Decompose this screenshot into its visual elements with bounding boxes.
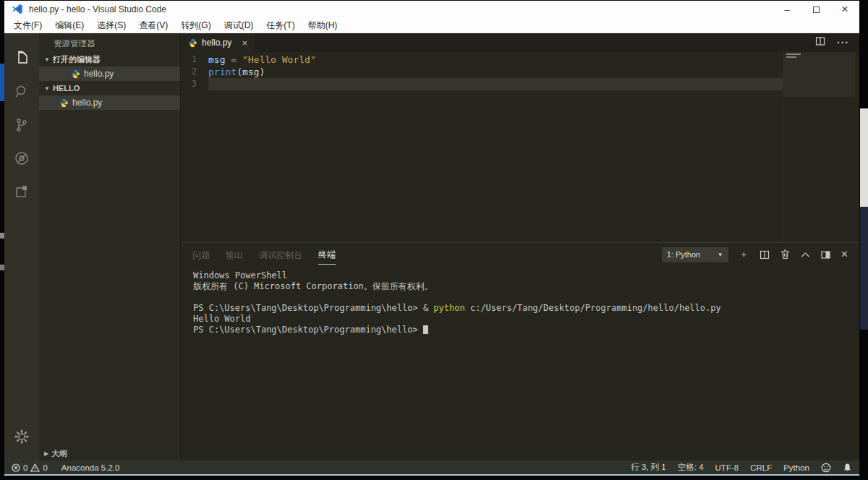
menu-item-t[interactable]: 任务(T)	[260, 18, 301, 33]
status-left: 0 0 Anaconda 5.2.0	[12, 463, 119, 472]
tab-bar: hello.py × ···	[181, 33, 859, 52]
new-terminal-icon[interactable]: ＋	[739, 249, 749, 260]
kill-terminal-trash-icon[interactable]	[780, 249, 790, 260]
menu-item-h[interactable]: 帮助(H)	[302, 18, 344, 33]
panel-header: 问题输出调试控制台终端 1: Python ▼ ＋	[181, 243, 859, 266]
problems-status[interactable]: 0 0	[12, 463, 48, 472]
line-number: 1	[181, 53, 208, 66]
desktop-fragment	[860, 108, 868, 207]
folder-label: HELLO	[53, 84, 80, 93]
minimap-slider[interactable]	[783, 52, 855, 97]
bottom-panel: 问题输出调试控制台终端 1: Python ▼ ＋	[181, 242, 859, 460]
terminal-line	[193, 292, 859, 303]
close-button[interactable]: ×	[830, 1, 859, 18]
maximize-icon	[813, 7, 820, 13]
more-actions-icon[interactable]: ···	[837, 37, 849, 48]
maximize-button[interactable]	[801, 1, 830, 18]
status-item[interactable]: Python	[783, 463, 809, 472]
panel-tabs: 问题输出调试控制台终端	[192, 244, 352, 265]
panel-tab[interactable]: 问题	[192, 245, 210, 265]
settings-gear-icon[interactable]	[4, 420, 39, 453]
terminal-select-value: 1: Python	[667, 250, 700, 259]
close-panel-icon[interactable]: ×	[841, 249, 848, 260]
terminal-output[interactable]: Windows PowerShell版权所有 (C) Microsoft Cor…	[181, 266, 859, 460]
error-icon	[12, 463, 20, 472]
menu-item-f[interactable]: 文件(F)	[7, 18, 48, 33]
notifications-bell-icon[interactable]	[843, 463, 852, 473]
chevron-expanded-icon: ▼	[44, 56, 50, 63]
debug-icon[interactable]	[4, 142, 39, 175]
main-area: 资源管理器 ▼ 打开的编辑器 hello.py ▼ HELLO	[4, 33, 859, 460]
tree-item-hello-py[interactable]: hello.py	[39, 95, 180, 110]
status-item[interactable]: 行 3, 列 1	[631, 462, 666, 473]
vscode-window: hello.py - hello - Visual Studio Code – …	[4, 1, 859, 476]
chevron-down-icon: ▼	[718, 252, 723, 258]
warning-icon	[30, 463, 40, 472]
line-content: print(msg)	[208, 66, 783, 78]
window-controls: – ×	[773, 1, 859, 18]
menu-item-d[interactable]: 调试(D)	[218, 18, 260, 33]
desktop-fragment	[860, 207, 868, 330]
editor-group: hello.py × ··· 1msg = "Hello World"2prin…	[181, 33, 859, 460]
status-item[interactable]: UTF-8	[715, 463, 739, 472]
open-editor-item-hello-py[interactable]: hello.py	[39, 67, 180, 81]
terminal-cursor	[423, 325, 428, 334]
window-title: hello.py - hello - Visual Studio Code	[29, 4, 166, 14]
tab-hello-py[interactable]: hello.py ×	[181, 33, 255, 52]
editor-actions: ···	[815, 33, 859, 52]
open-editors-section[interactable]: ▼ 打开的编辑器	[39, 52, 180, 67]
menu-item-v[interactable]: 查看(V)	[132, 18, 174, 33]
explorer-icon[interactable]	[4, 42, 39, 75]
menu-item-e[interactable]: 编辑(E)	[48, 18, 90, 33]
file-label: hello.py	[84, 69, 114, 79]
code-lines: 1msg = "Hello World"2print(msg)3	[181, 53, 859, 90]
terminal-line: PS C:\Users\Tang\Desktop\Programming\hel…	[193, 325, 859, 335]
minimize-button[interactable]: –	[773, 1, 801, 18]
chevron-expanded-icon: ▼	[44, 85, 50, 92]
code-line[interactable]: 2print(msg)	[181, 66, 859, 78]
terminal-line: Hello World	[193, 314, 859, 325]
panel-tab[interactable]: 调试控制台	[259, 245, 302, 265]
terminal-select[interactable]: 1: Python ▼	[662, 247, 728, 262]
terminal-line: PS C:\Users\Tang\Desktop\Programming\hel…	[193, 303, 859, 314]
minimap[interactable]	[783, 52, 855, 242]
split-terminal-icon[interactable]	[760, 250, 770, 260]
status-item[interactable]: CRLF	[750, 463, 772, 472]
chevron-collapsed-icon: ▶	[44, 450, 48, 457]
anaconda-status[interactable]: Anaconda 5.2.0	[61, 463, 120, 472]
panel-tab[interactable]: 终端	[318, 244, 336, 265]
line-number: 2	[181, 66, 208, 78]
python-file-icon	[188, 38, 197, 48]
toggle-panel-icon[interactable]	[821, 251, 830, 259]
tab-close-icon[interactable]: ×	[242, 38, 247, 48]
title-bar: hello.py - hello - Visual Studio Code – …	[4, 1, 859, 18]
split-editor-icon[interactable]	[815, 36, 825, 49]
outline-section[interactable]: ▶ 大纲	[39, 447, 180, 460]
status-bar: 0 0 Anaconda 5.2.0 行 3, 列 1空格: 4UTF-8CRL…	[4, 460, 859, 474]
menu-item-s[interactable]: 选择(S)	[90, 18, 132, 33]
tab-label: hello.py	[202, 38, 231, 48]
menu-item-g[interactable]: 转到(G)	[174, 18, 217, 33]
folder-section-hello[interactable]: ▼ HELLO	[39, 81, 180, 95]
code-line[interactable]: 3	[181, 78, 859, 90]
error-count: 0	[23, 463, 27, 472]
python-file-icon	[71, 69, 80, 79]
terminal-line: 版权所有 (C) Microsoft Corporation。保留所有权利。	[193, 281, 859, 292]
status-item[interactable]: 空格: 4	[678, 462, 704, 473]
status-right-items: 行 3, 列 1空格: 4UTF-8CRLFPython	[631, 462, 809, 473]
search-icon[interactable]	[4, 75, 39, 108]
activity-bar	[4, 33, 39, 460]
sidebar-title: 资源管理器	[39, 33, 180, 52]
warning-count: 0	[43, 463, 47, 472]
line-content: msg = "Hello World"	[208, 53, 783, 66]
panel-tab[interactable]: 输出	[226, 245, 243, 265]
file-label: hello.py	[72, 98, 102, 108]
source-control-icon[interactable]	[4, 108, 39, 142]
maximize-panel-chevron-icon[interactable]	[801, 252, 810, 258]
extensions-icon[interactable]	[4, 175, 39, 208]
line-content	[208, 78, 783, 90]
terminal-actions: 1: Python ▼ ＋	[662, 247, 859, 262]
code-line[interactable]: 1msg = "Hello World"	[181, 53, 859, 66]
feedback-smiley-icon[interactable]	[821, 463, 831, 473]
code-editor[interactable]: 1msg = "Hello World"2print(msg)3	[181, 52, 859, 242]
